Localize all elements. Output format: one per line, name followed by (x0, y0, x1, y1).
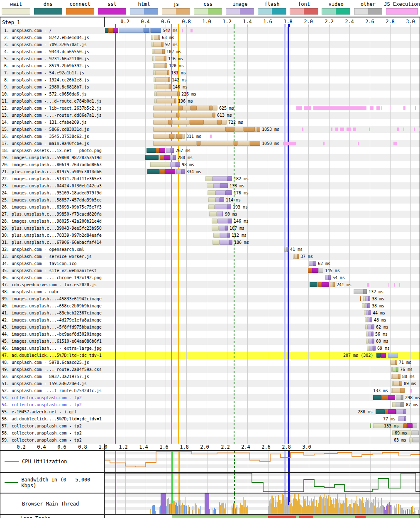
request-row: 5. unsplash.com - 9731.66a21100.js116 ms (0, 55, 420, 62)
request-url-label[interactable]: 54. collector.unsplash.com - tp2 (0, 401, 104, 408)
request-url-label[interactable]: 18. unsplash-assets...ix.net - photo.png (0, 147, 104, 154)
request-url-label[interactable]: 30. plus.unsplash.c...78339-097b2d84eafe (0, 232, 104, 239)
request-url-label[interactable]: 57. collector.unsplash.com - tp2 (0, 422, 104, 430)
long-task-red-segment (299, 516, 313, 518)
request-url-label[interactable]: 47. ad.doubleclick....5%7D;ltd=;dc_tdv=1 (0, 352, 104, 359)
request-url-label[interactable]: 34. unsplash.com - favicon.ico (0, 260, 104, 267)
long-task-red-segment (355, 516, 366, 518)
request-url-label[interactable]: 59. collector.unsplash.com - tp2 (0, 437, 104, 444)
request-url-label[interactable]: 3. unsplash.com - 709.370570af.js (0, 41, 104, 48)
marker-tick (288, 24, 290, 27)
request-url-label[interactable]: 2. unsplash.com - 8742.eb3e1dd4.js (0, 34, 104, 41)
request-time-label: 37 ms (300, 254, 313, 259)
request-url-label[interactable]: 40. images.unsplash...-658cc2b09b9bimage (0, 302, 104, 309)
request-url-label[interactable]: 45. images.unsplash...61510-e64aa086b6f1 (0, 338, 104, 345)
request-bar-segment-dns (310, 282, 317, 287)
request-url-label[interactable]: 8. unsplash.com - 1924.cc26b2e8.js (0, 76, 104, 83)
request-timeline-cell: 37 ms (105, 253, 420, 260)
request-url-label[interactable]: 39. images.unsplash...-45833e61942cimage (0, 295, 104, 302)
request-url-label[interactable]: 24. images.unsplash...95109-18aded979f9d (0, 189, 104, 196)
request-bar-segment-cs_d (396, 367, 398, 372)
axis-tick-label: 2.4 (345, 19, 354, 25)
main-thread-slice (407, 509, 408, 514)
request-bar-segment-js_d (162, 49, 165, 54)
request-url-label[interactable]: 20. images.unsplash...80619-76d7adbd8663 (0, 161, 104, 168)
request-time-label: 613 ms (217, 113, 232, 118)
request-url-label[interactable]: 7. unsplash.com - 54.e92a1b1f.js (0, 69, 104, 76)
request-url-label[interactable]: 58. collector.unsplash.com - tp2 (0, 430, 104, 437)
request-url-label[interactable]: 27. plus.unsplash.c...99850-f73cacd820fa (0, 211, 104, 218)
request-url-label[interactable]: 11. unsplash.com -...d-route.e784b0d1.js (0, 98, 104, 105)
request-url-label[interactable]: 16. unsplash.com - 3545.37538c62.js (0, 133, 104, 140)
request-url-label[interactable]: 44. images.unsplash...-bc9aaf8d3020image (0, 331, 104, 338)
request-url-label[interactable]: 46. images.unsplash... - extra-large.jpg (0, 345, 104, 352)
main-thread-block (161, 493, 166, 514)
request-url-label[interactable]: 41. images.unsplash...-83ebcb22367cimage (0, 309, 104, 317)
request-time-label: 133 ms (384, 423, 399, 429)
request-url-label[interactable]: 35. unsplash.com - site-v2.webmanifest (0, 267, 104, 274)
panel-divider (104, 444, 105, 450)
request-url-label[interactable]: 28. images.unsplash...98025-42a200b21e4d (0, 218, 104, 225)
request-url-label[interactable]: 52. unsplash.com -...t-route.b7542dfc.js (0, 387, 104, 394)
request-time-label: 63 ms (162, 35, 174, 40)
request-url-label[interactable]: 25. images.unsplash...58657-457dda39b5cc (0, 196, 104, 204)
request-url-label[interactable]: 23. images.unsplash...04424-0f30eb142ca3 (0, 182, 104, 189)
request-url-label[interactable]: 29. plus.unsplash.c...39043-9ee5fc23b950 (0, 225, 104, 232)
request-url-label[interactable]: 12. unsplash.com - lib-react.2637b5c2.js (0, 105, 104, 112)
request-bar-segment-im_l (369, 339, 372, 344)
request-url-label[interactable]: 13. unsplash.com -...-router.dd86e7a1.js (0, 112, 104, 119)
request-url-label[interactable]: 17. unsplash.com - main.9a40fcbe.js (0, 140, 104, 147)
request-url-label[interactable]: 38. unsplash.com - nabc (0, 288, 104, 295)
request-url-label[interactable]: 1. unsplash.com - / (0, 27, 104, 34)
request-url-label[interactable]: 5. unsplash.com - 9731.66a21100.js (0, 55, 104, 62)
request-bar-segment-js_l (197, 106, 209, 110)
request-url-label[interactable]: 48. unsplash.com - 5978.6caacd25.js (0, 359, 104, 366)
request-url-label[interactable]: 6. unsplash.com - 8579.2bb9b392.js (0, 62, 104, 69)
request-url-label[interactable]: 9. unsplash.com - 2980.8c6818b7.js (0, 83, 104, 91)
request-bar-segment-js_l (234, 127, 244, 132)
request-bar-segment-im_l (220, 233, 227, 238)
js-execution-bar (283, 142, 296, 145)
time-axis-bottom: 0.20.40.60.81.01.21.41.61.82.02.22.42.62… (0, 444, 420, 450)
bandwidth-label: Bandwidth In (0 - 5,000 Kbps) (0, 473, 104, 493)
request-url-label[interactable]: 4. unsplash.com - 9444.dca65550.js (0, 48, 104, 55)
request-url-label[interactable]: 50. unsplash.com - 8937.3a219757.js (0, 373, 104, 380)
request-bar-segment-wait (392, 402, 396, 407)
request-url-label[interactable]: 14. unsplash.com - 131.cfabe209.js (0, 119, 104, 126)
request-url-label[interactable]: 37. cdn.speedcurve.com - lux.es2020.js (0, 281, 104, 288)
request-url-label[interactable]: 42. images.unsplash...-4d279e1efa8aimage (0, 317, 104, 324)
request-bar-segment-im_l (215, 190, 225, 195)
request-row: 16. unsplash.com - 3545.37538c62.js311 m… (0, 133, 420, 140)
request-bar-segment-js_d (168, 77, 170, 82)
request-url-label[interactable]: 22. images.unsplash...51371-7bdf11e365e3 (0, 175, 104, 182)
request-bar-segment-im_d (227, 176, 232, 181)
request-url-label[interactable]: 43. images.unsplash...-5f8ffd975bbaimage (0, 324, 104, 331)
request-url-label[interactable]: 49. unsplash.com -...-route.2a84f59a.css (0, 366, 104, 373)
request-url-label[interactable]: 15. unsplash.com - 5866.cd83031d.js (0, 126, 104, 133)
request-timeline-cell: 547 ms (105, 27, 420, 34)
request-url-label[interactable]: 36. unsplash.com -...-chrome-192x192.png (0, 274, 104, 281)
request-timeline-cell: 1050 ms (105, 140, 420, 147)
request-bar-segment-js_l (392, 388, 400, 393)
request-time-label: 547 ms (163, 28, 178, 33)
request-timeline-cell: 133 ms (105, 422, 420, 430)
request-url-label[interactable]: 10. unsplash.com - 572.c0650da6.js (0, 91, 104, 98)
request-time-label: 186 ms (234, 240, 249, 245)
request-timeline-cell: 120 ms (105, 62, 420, 69)
request-url-label[interactable]: 31. plus.unsplash.c...67906-66ebacfaf414 (0, 239, 104, 246)
request-bar-segment-ot_l (354, 289, 363, 294)
request-url-label[interactable]: 53. collector.unsplash.com - tp2 (0, 394, 104, 401)
request-bar-segment-js_d (177, 91, 180, 96)
request-timeline-cell: 142 ms (105, 76, 420, 83)
request-timeline-cell: 267 ms (105, 147, 420, 154)
request-bar-segment-im_d (368, 296, 370, 301)
request-url-label[interactable]: 51. unsplash.com - 159.a3622de3.js (0, 380, 104, 387)
request-url-label[interactable]: 56. ad.doubleclick....5%7D;ltd=;dc_tdv=1 (0, 415, 104, 422)
request-url-label[interactable]: 19. images.unsplash...59808-98728353519d (0, 154, 104, 161)
request-url-label[interactable]: 55. e-10457.adzerk.net - i.gif (0, 408, 104, 415)
request-url-label[interactable]: 21. plus.unsplash.c...81975-a909c3014db6 (0, 168, 104, 175)
request-url-label[interactable]: 32. unsplash.com - opensearch.xml (0, 246, 104, 253)
request-bar-segment-im_d (369, 310, 371, 315)
request-url-label[interactable]: 33. unsplash.com - service-worker.js (0, 253, 104, 260)
request-url-label[interactable]: 26. images.unsplash...63693-09b75c75e7f3 (0, 204, 104, 211)
